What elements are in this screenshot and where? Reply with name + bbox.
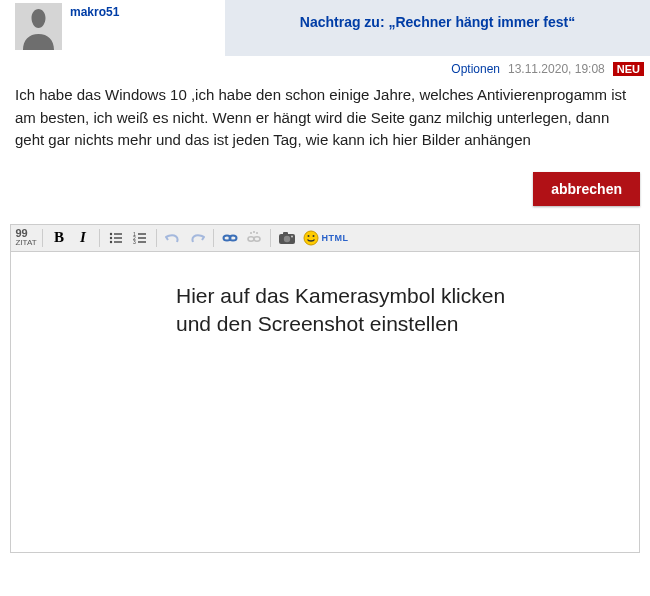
list-ul-icon (109, 231, 123, 245)
svg-rect-9 (138, 233, 146, 234)
svg-point-22 (313, 235, 315, 237)
unlink-button[interactable] (243, 227, 265, 249)
bold-button[interactable]: B (48, 227, 70, 249)
editor-hint-text: Hier auf das Kamerasymbol klicken und de… (176, 282, 629, 339)
editor: 99ZITAT B I 123 HTML (10, 224, 640, 553)
redo-button[interactable] (186, 227, 208, 249)
post-timestamp: 13.11.2020, 19:08 (508, 62, 605, 76)
html-source-button[interactable]: HTML (324, 227, 346, 249)
toolbar-separator (270, 229, 271, 247)
list-ol-icon: 123 (133, 231, 147, 245)
link-button[interactable] (219, 227, 241, 249)
username-link[interactable]: makro51 (70, 5, 119, 19)
options-link[interactable]: Optionen (451, 62, 500, 76)
avatar-silhouette-icon (15, 3, 62, 50)
svg-text:3: 3 (133, 239, 136, 245)
svg-rect-3 (114, 233, 122, 234)
italic-button[interactable]: I (72, 227, 94, 249)
toolbar-separator (213, 229, 214, 247)
svg-point-0 (110, 232, 112, 234)
svg-point-14 (248, 236, 254, 240)
post-header: makro51 Nachtrag zu: „Rechner hängt imme… (0, 0, 650, 56)
undo-button[interactable] (162, 227, 184, 249)
svg-rect-4 (114, 237, 122, 238)
svg-rect-10 (138, 237, 146, 238)
svg-point-18 (284, 235, 290, 241)
svg-rect-5 (114, 241, 122, 242)
svg-point-20 (304, 231, 318, 245)
editor-toolbar: 99ZITAT B I 123 HTML (11, 225, 639, 252)
undo-icon (165, 231, 181, 245)
svg-rect-17 (283, 232, 288, 235)
post-body: Ich habe das Windows 10 ,ich habe den sc… (0, 82, 650, 172)
svg-rect-11 (138, 241, 146, 242)
post-title-block: Nachtrag zu: „Rechner hängt immer fest“ (225, 0, 650, 56)
svg-point-15 (254, 236, 260, 240)
smiley-icon (303, 230, 319, 246)
new-badge[interactable]: NEU (613, 62, 644, 76)
editor-content-area[interactable]: Hier auf das Kamerasymbol klicken und de… (11, 252, 639, 552)
image-button[interactable] (276, 227, 298, 249)
svg-point-21 (308, 235, 310, 237)
ordered-list-button[interactable]: 123 (129, 227, 151, 249)
link-icon (222, 232, 238, 244)
toolbar-separator (42, 229, 43, 247)
post-title: Nachtrag zu: „Rechner hängt immer fest“ (237, 14, 638, 30)
unordered-list-button[interactable] (105, 227, 127, 249)
action-row: abbrechen (0, 172, 650, 224)
cancel-button[interactable]: abbrechen (533, 172, 640, 206)
svg-point-2 (110, 240, 112, 242)
quote-button[interactable]: 99ZITAT (15, 227, 37, 249)
unlink-icon (246, 231, 262, 245)
svg-point-1 (110, 236, 112, 238)
toolbar-separator (99, 229, 100, 247)
emoji-button[interactable] (300, 227, 322, 249)
svg-point-19 (291, 235, 293, 237)
post-meta-row: Optionen 13.11.2020, 19:08 NEU (0, 56, 650, 82)
avatar[interactable] (15, 3, 62, 50)
toolbar-separator (156, 229, 157, 247)
camera-icon (278, 231, 296, 245)
redo-icon (189, 231, 205, 245)
